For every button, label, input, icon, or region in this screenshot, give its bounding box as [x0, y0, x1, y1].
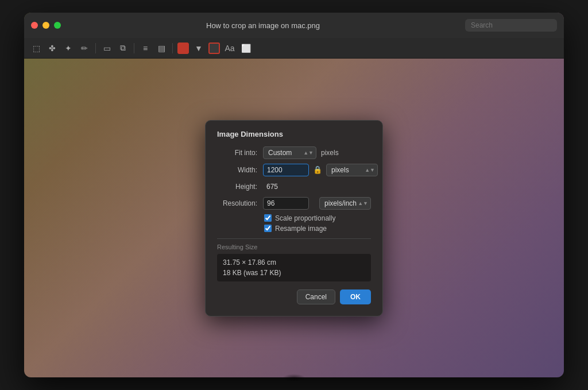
toolbar: ⬚ ✤ ✦ ✏ ▭ ⧉ ≡ ▤ ▼ Aa ⬜ [24, 38, 564, 59]
resulting-size-section: Resulting Size 31.75 × 17.86 cm 18 KB (w… [217, 244, 371, 281]
height-label: Height: [217, 183, 263, 191]
maximize-button[interactable] [54, 22, 61, 29]
dialog-overlay: Image Dimensions Fit into: Custom Actual… [24, 59, 564, 377]
pixels-label: pixels [321, 149, 339, 157]
transform-icon[interactable]: ⧉ [117, 42, 129, 55]
selection-tool-icon[interactable]: ⬚ [30, 42, 42, 55]
width-unit-select[interactable]: pixels percent inches cm [326, 164, 378, 176]
height-value: 675 [263, 181, 281, 192]
resolution-unit-select[interactable]: pixels/inch pixels/cm [319, 197, 371, 210]
resolution-unit-wrapper: pixels/inch pixels/cm ▲▼ [319, 197, 371, 210]
cancel-button[interactable]: Cancel [297, 289, 335, 304]
stamp-icon[interactable]: ✦ [62, 42, 75, 55]
fit-into-row: Fit into: Custom Actual Size 640 x 480 8… [217, 146, 371, 159]
lasso-icon[interactable]: ✤ [46, 42, 59, 55]
minimize-button[interactable] [42, 22, 49, 29]
window-title: How to crop an image on mac.png [206, 21, 320, 30]
dialog-buttons: Cancel OK [217, 289, 371, 304]
annotation-icon[interactable]: ⬜ [239, 42, 252, 55]
section-divider [217, 238, 371, 239]
color-btn[interactable] [177, 43, 189, 54]
resample-image-row: Resample image [217, 225, 371, 233]
width-unit-wrapper: pixels percent inches cm ▲▼ [326, 164, 378, 176]
lock-icon: 🔒 [312, 165, 323, 175]
close-button[interactable] [31, 22, 38, 29]
resulting-size-label: Resulting Size [217, 244, 371, 250]
width-row: Width: 🔒 pixels percent inches cm ▲▼ [217, 164, 371, 176]
stroke-btn[interactable] [208, 43, 220, 54]
resample-image-label: Resample image [275, 225, 327, 233]
width-label: Width: [217, 166, 263, 174]
resolution-input[interactable] [263, 197, 309, 210]
title-bar-right [465, 19, 557, 32]
dialog-title: Image Dimensions [217, 130, 371, 138]
dialog-shadow [283, 374, 305, 382]
resolution-row: Resolution: pixels/inch pixels/cm ▲▼ [217, 197, 371, 210]
scale-proportionally-label: Scale proportionally [275, 214, 335, 222]
app-window: How to crop an image on mac.png ⬚ ✤ ✦ ✏ … [24, 13, 564, 377]
text-icon[interactable]: ≡ [139, 42, 152, 55]
height-row: Height: 675 [217, 181, 371, 192]
scale-proportionally-row: Scale proportionally [217, 214, 371, 222]
width-input[interactable] [263, 164, 309, 176]
ok-button[interactable]: OK [340, 289, 371, 304]
title-bar-center: How to crop an image on mac.png [61, 21, 465, 30]
resulting-size-dimensions: 31.75 × 17.86 cm [223, 258, 365, 267]
traffic-lights [31, 22, 61, 29]
image-dimensions-dialog: Image Dimensions Fit into: Custom Actual… [205, 120, 383, 316]
resample-image-checkbox[interactable] [264, 225, 272, 232]
title-bar: How to crop an image on mac.png [24, 13, 564, 38]
fit-into-select[interactable]: Custom Actual Size 640 x 480 800 x 600 1… [263, 146, 316, 159]
resulting-size-box: 31.75 × 17.86 cm 18 KB (was 17 KB) [217, 254, 371, 281]
search-input[interactable] [465, 19, 557, 32]
toolbar-separator-2 [134, 43, 134, 53]
resulting-size-kb: 18 KB (was 17 KB) [223, 269, 365, 277]
scale-proportionally-checkbox[interactable] [264, 214, 272, 222]
adjust-icon[interactable]: ▤ [155, 42, 168, 55]
toolbar-separator-3 [172, 43, 173, 53]
shape-icon[interactable]: ▭ [100, 42, 113, 55]
text-size-icon[interactable]: Aa [223, 42, 236, 55]
toolbar-separator-1 [95, 43, 96, 53]
content-area: Image Dimensions Fit into: Custom Actual… [24, 59, 564, 377]
fit-into-label: Fit into: [217, 149, 263, 157]
fit-into-select-wrapper: Custom Actual Size 640 x 480 800 x 600 1… [263, 146, 316, 159]
pen-icon[interactable]: ✏ [78, 42, 91, 55]
fill-icon[interactable]: ▼ [192, 42, 205, 55]
resolution-label: Resolution: [217, 199, 263, 207]
